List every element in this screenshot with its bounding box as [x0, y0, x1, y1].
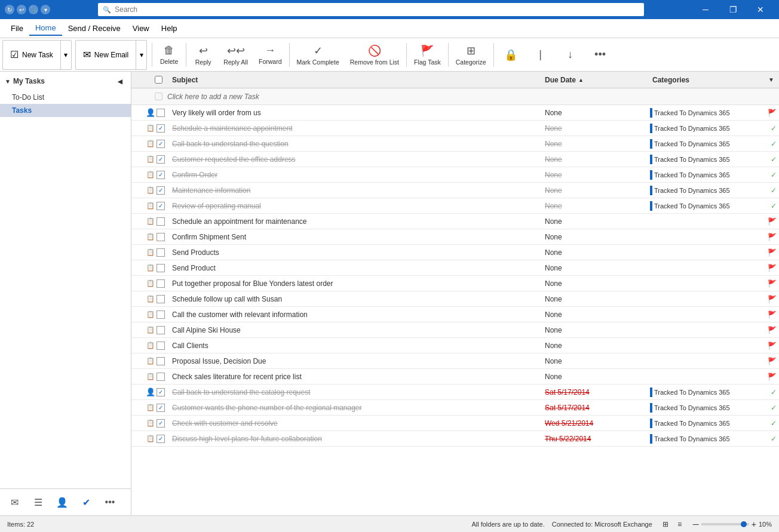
- select-all-checkbox[interactable]: [155, 76, 162, 84]
- refresh-icon[interactable]: ↻: [5, 5, 14, 14]
- nav-more-icon[interactable]: •••: [100, 493, 119, 512]
- table-row[interactable]: 📋 ✓ Maintenance information None Tracked…: [131, 183, 779, 198]
- table-row[interactable]: 📋 ✓ Customer wants the phone number of t…: [131, 400, 779, 416]
- nav-people-icon[interactable]: 👤: [53, 493, 72, 512]
- dropdown-icon[interactable]: ▾: [41, 5, 50, 14]
- task-checkbox[interactable]: [157, 279, 165, 288]
- new-task-button[interactable]: ☑ New Task: [3, 41, 60, 69]
- table-row[interactable]: 📋 ✓ Review of operating manual None Trac…: [131, 198, 779, 214]
- task-checkbox[interactable]: ✓: [157, 186, 165, 195]
- search-bar[interactable]: 🔍: [98, 3, 644, 16]
- table-row[interactable]: 📋 ✓ Confirm Order None Tracked To Dynami…: [131, 167, 779, 183]
- sidebar-item-todo[interactable]: To-Do List: [0, 91, 131, 104]
- table-row[interactable]: 📋 ✓ Schedule a maintenance appointment N…: [131, 121, 779, 136]
- task-checkbox[interactable]: ✓: [157, 404, 165, 412]
- table-row[interactable]: 👤 Very likely will order from us None Tr…: [131, 105, 779, 121]
- task-checkbox[interactable]: [157, 264, 165, 272]
- menu-help[interactable]: Help: [155, 21, 183, 35]
- table-row[interactable]: 📋 Schedule follow up call with Susan Non…: [131, 291, 779, 307]
- task-checkbox[interactable]: ✓: [157, 435, 165, 443]
- table-row[interactable]: 📋 Check sales literature for recent pric…: [131, 369, 779, 385]
- new-email-dropdown[interactable]: ▾: [136, 41, 146, 69]
- table-row[interactable]: 📋 Send Product None 🚩: [131, 260, 779, 276]
- flag-task-button[interactable]: 🚩 Flag Task: [409, 41, 446, 69]
- close-button[interactable]: ✕: [747, 0, 774, 19]
- my-tasks-header[interactable]: ▼ My Tasks ◀: [0, 72, 131, 91]
- task-checkbox[interactable]: ✓: [157, 388, 165, 396]
- delete-button[interactable]: 🗑 Delete: [155, 41, 183, 69]
- reply-button[interactable]: ↩ Reply: [189, 41, 217, 69]
- search-input[interactable]: [115, 5, 639, 14]
- task-checkbox[interactable]: [157, 217, 165, 226]
- table-row[interactable]: 📋 Confirm Shipment Sent None 🚩: [131, 229, 779, 245]
- new-task-dropdown[interactable]: ▾: [60, 41, 71, 69]
- task-checkbox[interactable]: [157, 326, 165, 334]
- forward-button[interactable]: → Forward: [254, 41, 287, 69]
- undo-icon[interactable]: ↩: [17, 5, 26, 14]
- task-checkbox[interactable]: [157, 310, 165, 319]
- zoom-out-button[interactable]: ─: [693, 519, 699, 529]
- table-row[interactable]: 👤 ✓ Call back to understand the catalog …: [131, 385, 779, 400]
- view-icon-1[interactable]: ⊞: [660, 518, 671, 530]
- table-row[interactable]: 📋 ✓ Discuss high level plans for future …: [131, 431, 779, 447]
- task-checkbox[interactable]: [157, 109, 165, 117]
- table-row[interactable]: 📋 ✓ Call back to understand the question…: [131, 136, 779, 152]
- filter-icon[interactable]: ▼: [768, 76, 774, 83]
- task-checkbox[interactable]: [157, 373, 165, 381]
- more-button[interactable]: •••: [586, 41, 615, 69]
- nav-tasks-icon[interactable]: ✔: [76, 493, 96, 512]
- sidebar-collapse-button[interactable]: ◀: [114, 75, 126, 87]
- task-row-icons: 📋 ✓: [131, 201, 167, 211]
- flag-status-icon: 🚩: [768, 295, 777, 303]
- task-checkbox[interactable]: [157, 295, 165, 303]
- dynamics-badge: Tracked To Dynamics 365: [650, 155, 730, 164]
- new-task-row[interactable]: Click here to add a new Task: [131, 88, 779, 105]
- menu-home[interactable]: Home: [29, 21, 62, 36]
- table-row[interactable]: 📋 Call Alpine Ski House None 🚩: [131, 322, 779, 338]
- task-checkbox[interactable]: [157, 233, 165, 241]
- my-tasks-chevron: ▼: [5, 78, 11, 85]
- table-row[interactable]: 📋 Schedule an appointment for maintenanc…: [131, 214, 779, 229]
- table-row[interactable]: 📋 Proposal Issue, Decision Due None 🚩: [131, 353, 779, 369]
- minimize-button[interactable]: ─: [692, 0, 719, 19]
- task-checkbox[interactable]: ✓: [157, 124, 165, 133]
- task-checkbox[interactable]: ✓: [157, 171, 165, 179]
- header-due-date[interactable]: Due Date ▲: [540, 76, 648, 84]
- restore-button[interactable]: ❐: [719, 0, 747, 19]
- menu-send-receive[interactable]: Send / Receive: [62, 21, 127, 35]
- view-icon-2[interactable]: ≡: [674, 518, 686, 530]
- table-row[interactable]: 📋 Call the customer with relevant inform…: [131, 307, 779, 322]
- attach-icon[interactable]: 📎: [29, 5, 38, 14]
- header-check: [131, 76, 167, 84]
- reply-all-button[interactable]: ↩↩ Reply All: [219, 41, 253, 69]
- zoom-in-button[interactable]: +: [752, 519, 756, 529]
- header-subject[interactable]: Subject: [167, 76, 540, 84]
- categorize-icon: ⊞: [467, 44, 476, 57]
- pipe-button[interactable]: |: [526, 41, 555, 69]
- move-down-button[interactable]: ↓: [556, 41, 585, 69]
- task-checkbox[interactable]: [157, 248, 165, 257]
- nav-calendar-icon[interactable]: ☰: [29, 493, 48, 512]
- lock-button[interactable]: 🔒: [496, 41, 525, 69]
- sidebar-item-tasks[interactable]: Tasks: [0, 104, 131, 117]
- table-row[interactable]: 📋 Send Products None 🚩: [131, 245, 779, 260]
- table-row[interactable]: 📋 ✓ Customer requested the office addres…: [131, 152, 779, 167]
- task-checkbox[interactable]: [157, 342, 165, 350]
- task-checkbox[interactable]: ✓: [157, 155, 165, 164]
- categorize-button[interactable]: ⊞ Categorize: [451, 41, 491, 69]
- remove-from-button[interactable]: 🚫 Remove from List: [345, 41, 404, 69]
- table-row[interactable]: 📋 Call Clients None 🚩: [131, 338, 779, 353]
- menu-file[interactable]: File: [5, 21, 29, 35]
- task-category: Tracked To Dynamics 365 ✓: [648, 170, 779, 180]
- table-row[interactable]: 📋 ✓ Check with customer and resolve Wed …: [131, 416, 779, 431]
- task-checkbox[interactable]: ✓: [157, 202, 165, 210]
- table-row[interactable]: 📋 Put together proposal for Blue Yonders…: [131, 276, 779, 291]
- mark-complete-button[interactable]: ✓ Mark Complete: [292, 41, 344, 69]
- task-checkbox[interactable]: ✓: [157, 140, 165, 148]
- task-checkbox[interactable]: [157, 357, 165, 365]
- zoom-slider[interactable]: [701, 523, 749, 525]
- new-email-button[interactable]: ✉ New Email: [76, 41, 136, 69]
- nav-mail-icon[interactable]: ✉: [5, 493, 24, 512]
- task-checkbox[interactable]: ✓: [157, 419, 165, 428]
- menu-view[interactable]: View: [127, 21, 155, 35]
